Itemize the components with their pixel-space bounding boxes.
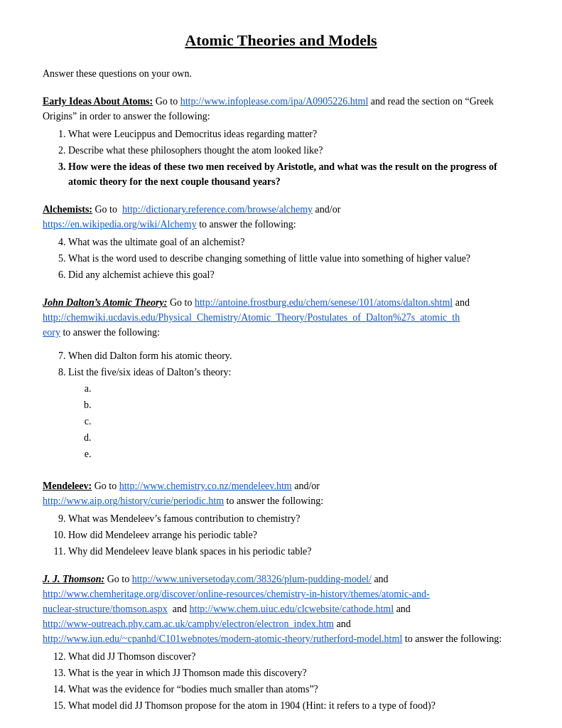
alchemists-header: Alchemists: Go to http://dictionary.refe… [43,202,519,232]
mendeleev-link-1[interactable]: http://www.chemistry.co.nz/mendeleev.htm [119,481,292,491]
page-title: Atomic Theories and Models [43,28,519,52]
question-2: Describe what these philosophers thought… [68,143,519,158]
dalton-link-2[interactable]: http://chemwiki.ucdavis.edu/Physical_Che… [43,312,460,338]
alchemists-link-2[interactable]: https://en.wikipedia.org/wiki/Alchemy [43,219,197,230]
question-13: What is the year in which JJ Thomson mad… [68,665,519,680]
jj-thomson-link-3[interactable]: http://www.chem.uiuc.edu/clcwebsite/cath… [190,604,394,614]
alchemists-label: Alchemists: [43,204,92,215]
mendeleev-header: Mendeleev: Go to http://www.chemistry.co… [43,478,519,508]
question-4: What was the ultimate goal of an alchemi… [68,235,519,250]
question-15: What model did JJ Thomson propose for th… [68,698,519,713]
mendeleev-link-2[interactable]: http://www.aip.org/history/curie/periodi… [43,496,224,506]
dalton-label: John Dalton’s Atomic Theory: [43,297,167,308]
early-ideas-header: Early Ideas About Atoms: Go to http://ww… [43,94,519,124]
dalton-sub-d [94,430,519,445]
jj-thomson-header: J. J. Thomson: Go to http://www.universe… [43,572,519,646]
question-1: What were Leucippus and Democritus ideas… [68,127,519,141]
section-jj-thomson: J. J. Thomson: Go to http://www.universe… [43,572,519,713]
mendeleev-label: Mendeleev: [43,481,92,491]
dalton-header: John Dalton’s Atomic Theory: Go to http:… [43,295,519,340]
dalton-sub-e [94,446,519,461]
alchemists-link-1[interactable]: http://dictionary.reference.com/browse/a… [122,204,313,215]
question-3: How were the ideas of these two men rece… [68,159,519,189]
jj-thomson-questions: What did JJ Thomson discover? What is th… [68,649,519,713]
section-early-ideas: Early Ideas About Atoms: Go to http://ww… [43,94,519,189]
jj-thomson-link-1[interactable]: http://www.universetoday.com/38326/plum-… [132,574,372,584]
jj-thomson-link-5[interactable]: http://www.iun.edu/~cpanhd/C101webnotes/… [43,633,402,644]
alchemists-questions: What was the ultimate goal of an alchemi… [68,235,519,282]
dalton-sub-a [94,381,519,396]
dalton-questions: When did Dalton form his atomic theory. … [68,348,519,461]
question-14: What was the evidence for “bodies much s… [68,682,519,697]
question-8: List the five/six ideas of Dalton’s theo… [68,365,519,461]
early-ideas-questions: What were Leucippus and Democritus ideas… [68,127,519,189]
jj-thomson-label: J. J. Thomson: [43,574,104,584]
early-ideas-label: Early Ideas About Atoms: [43,96,153,107]
early-ideas-link-1[interactable]: http://www.infoplease.com/ipa/A0905226.h… [180,96,369,107]
section-alchemists: Alchemists: Go to http://dictionary.refe… [43,202,519,282]
question-7: When did Dalton form his atomic theory. [68,348,519,363]
question-10: How did Mendeleev arrange his periodic t… [68,528,519,542]
question-5: What is the word used to describe changi… [68,251,519,266]
dalton-link-1[interactable]: http://antoine.frostburg.edu/chem/senese… [195,297,453,308]
jj-thomson-link-4[interactable]: http://www-outreach.phy.cam.ac.uk/camphy… [43,619,334,629]
dalton-sub-c [94,414,519,429]
intro-text: Answer these questions on your own. [43,66,519,81]
mendeleev-questions: What was Mendeleev’s famous contribution… [68,511,519,559]
question-11: Why did Mendeleev leave blank spaces in … [68,544,519,559]
section-mendeleev: Mendeleev: Go to http://www.chemistry.co… [43,478,519,559]
question-12: What did JJ Thomson discover? [68,649,519,664]
question-9: What was Mendeleev’s famous contribution… [68,511,519,526]
dalton-sub-list [94,381,519,461]
dalton-sub-b [94,397,519,412]
question-6: Did any alchemist achieve this goal? [68,267,519,282]
section-dalton: John Dalton’s Atomic Theory: Go to http:… [43,295,519,461]
